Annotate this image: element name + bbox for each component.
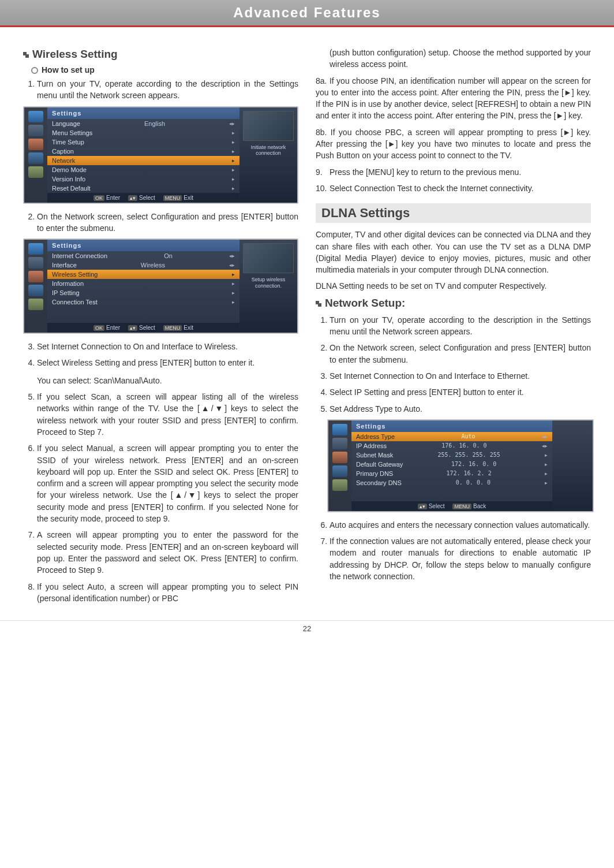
sidebar-icon bbox=[28, 166, 43, 178]
tv-menu-settings-1: Settings LanguageEnglish◂▸ Menu Settings… bbox=[23, 106, 298, 204]
menu-row: Subnet Mask255.255.255.255▸ bbox=[351, 450, 552, 460]
step: Set Internet Connection to On and Interf… bbox=[330, 370, 591, 382]
step: Auto acquires and enters the necessary c… bbox=[330, 519, 591, 531]
dlna-paragraph: DLNA Setting needs to be set on TV and c… bbox=[316, 280, 591, 292]
tv-menu-footer: OKEnter ▴▾Select MENUExit bbox=[47, 193, 239, 203]
menu-row: IP Address176.16.0.0◂▸ bbox=[351, 441, 552, 450]
tv-menu-footer: ▴▾Select MENUBack bbox=[351, 501, 552, 511]
sidebar-icon bbox=[28, 125, 43, 136]
menu-row: InterfaceWireless◂▸ bbox=[47, 260, 239, 270]
step: If you select Auto, a screen will appear… bbox=[37, 581, 298, 605]
tv-sidebar bbox=[24, 240, 47, 333]
step: If the connection values are not automat… bbox=[330, 535, 591, 582]
section-title-network-setup: Network Setup: bbox=[316, 297, 591, 310]
menu-row-selected: Network▸ bbox=[47, 156, 239, 165]
tv-menu-main: Settings Address TypeAuto◂▸ IP Address17… bbox=[351, 420, 552, 511]
menu-row: Menu Settings▸ bbox=[47, 128, 239, 137]
bullet-icon bbox=[316, 301, 321, 307]
sidebar-icon bbox=[28, 243, 43, 255]
tv-preview-pane: Initiate network connection bbox=[239, 107, 297, 203]
bullet-circle-icon bbox=[31, 67, 38, 74]
step: Set Address Type to Auto. bbox=[330, 403, 591, 415]
page-number: 22 bbox=[0, 620, 614, 636]
preview-hint: Setup wireless connection. bbox=[239, 277, 297, 289]
step: Turn on your TV, operate according to th… bbox=[330, 314, 591, 338]
step: Select IP Setting and press [ENTER] butt… bbox=[330, 386, 591, 398]
tv-preview-pane: Setup wireless connection. bbox=[239, 240, 297, 333]
tv-menu-title: Settings bbox=[351, 420, 552, 432]
preview-hint: Initiate network connection bbox=[239, 144, 297, 157]
continued-text: (push button configuration) setup. Choos… bbox=[316, 47, 591, 70]
bullet-icon bbox=[23, 52, 29, 58]
tv-preview-pane bbox=[552, 420, 593, 511]
menu-row: Connection Test▸ bbox=[47, 297, 239, 307]
step: Set Internet Connection to On and Interf… bbox=[37, 341, 298, 352]
step-sub: You can select: Scan\Manual\Auto. bbox=[37, 371, 298, 386]
sidebar-icon bbox=[28, 285, 43, 296]
sidebar-icon bbox=[332, 465, 347, 477]
step: On the Network screen, select Configurat… bbox=[330, 342, 591, 366]
menu-row: Internet ConnectionOn◂▸ bbox=[47, 251, 239, 260]
menu-row: Primary DNS172.16.2.2▸ bbox=[351, 469, 552, 478]
menu-row: Information▸ bbox=[47, 279, 239, 288]
step-9: 9.Press the [MENU] key to return to the … bbox=[316, 166, 591, 178]
menu-row-selected: Address TypeAuto◂▸ bbox=[351, 432, 552, 441]
menu-row: LanguageEnglish◂▸ bbox=[47, 119, 239, 128]
tv-menu-footer: OKEnter ▴▾Select MENUExit bbox=[47, 323, 239, 333]
menu-row: Version Info▸ bbox=[47, 174, 239, 184]
tv-sidebar bbox=[328, 420, 351, 511]
right-column: (push button configuration) setup. Choos… bbox=[316, 44, 591, 609]
sidebar-icon bbox=[332, 438, 347, 449]
step: If you select Scan, a screen will appear… bbox=[37, 391, 298, 438]
step-10: 10.Select Connection Test to check the I… bbox=[316, 182, 591, 194]
step: Turn on your TV, operate according to th… bbox=[37, 78, 298, 102]
menu-row: Reset Default▸ bbox=[47, 184, 239, 193]
step: Select Wireless Setting and press [ENTER… bbox=[37, 357, 298, 386]
sidebar-icon bbox=[28, 152, 43, 164]
preview-image bbox=[243, 243, 294, 273]
subheading-howto: How to set up bbox=[31, 65, 298, 74]
tv-menu-title: Settings bbox=[47, 240, 239, 251]
step-8a: 8a. If you choose PIN, an identification… bbox=[316, 75, 591, 122]
tv-sidebar bbox=[24, 107, 47, 203]
sidebar-icon bbox=[332, 424, 347, 435]
tv-menu-main: Settings Internet ConnectionOn◂▸ Interfa… bbox=[47, 240, 239, 333]
menu-row: Secondary DNS0.0.0.0▸ bbox=[351, 478, 552, 487]
page-header: Advanced Features bbox=[0, 0, 614, 25]
preview-image bbox=[243, 111, 294, 141]
left-column: Wireless Setting How to set up Turn on y… bbox=[23, 44, 298, 609]
section-title-wireless: Wireless Setting bbox=[23, 48, 298, 61]
sidebar-icon bbox=[28, 257, 43, 269]
menu-row: Default Gateway172.16.0.0▸ bbox=[351, 460, 552, 469]
sidebar-icon bbox=[28, 111, 43, 122]
step: On the Network screen, select Configurat… bbox=[37, 211, 298, 234]
menu-row: IP Setting▸ bbox=[47, 288, 239, 297]
sidebar-icon bbox=[332, 479, 347, 491]
menu-row-selected: Wireless Setting▸ bbox=[47, 270, 239, 279]
step: If you select Manual, a screen will appe… bbox=[37, 442, 298, 524]
tv-menu-main: Settings LanguageEnglish◂▸ Menu Settings… bbox=[47, 107, 239, 203]
menu-row: Caption▸ bbox=[47, 147, 239, 156]
sidebar-icon bbox=[28, 271, 43, 282]
tv-menu-settings-3: Settings Address TypeAuto◂▸ IP Address17… bbox=[327, 419, 594, 512]
tv-menu-title: Settings bbox=[47, 107, 239, 119]
menu-row: Time Setup▸ bbox=[47, 137, 239, 147]
menu-row: Demo Mode▸ bbox=[47, 165, 239, 174]
sidebar-icon bbox=[28, 299, 43, 310]
sidebar-icon bbox=[28, 139, 43, 150]
step: A screen will appear prompting you to en… bbox=[37, 529, 298, 576]
step-8b: 8b. If you choose PBC, a screen will app… bbox=[316, 126, 591, 162]
section-heading-dlna: DLNA Settings bbox=[316, 203, 591, 223]
tv-menu-settings-2: Settings Internet ConnectionOn◂▸ Interfa… bbox=[23, 239, 298, 334]
dlna-paragraph: Computer, TV and other digital devices c… bbox=[316, 229, 591, 275]
sidebar-icon bbox=[332, 452, 347, 463]
